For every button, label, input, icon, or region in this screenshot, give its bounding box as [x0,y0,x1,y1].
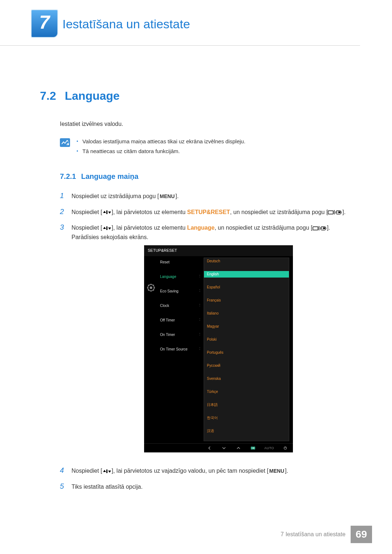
text: ]. [175,193,179,199]
osd-menu-item: Off Timer [160,316,199,324]
osd-up-icon [235,446,242,451]
step-number: 2 [60,208,66,217]
subsection-title: Language maiņa [81,172,138,181]
osd-panel: SETUP&RESET [144,245,293,452]
note-item: Tā neattiecas uz citām datora funkcijām. [77,148,245,154]
footer-text: 7 Iestatīšana un atiestate [281,531,346,538]
up-down-icon [102,226,112,230]
step-number: 4 [60,466,66,476]
chapter-title: Iestatīšana un atiestate [62,17,190,31]
text: Nospiediet [ [72,468,102,474]
svg-rect-4 [338,212,340,213]
svg-rect-2 [328,211,333,214]
text: , un nospiediet uz izstrādājuma pogu [ [230,209,328,215]
osd-lang-item: Español [204,284,289,291]
note-icon [60,138,70,147]
section-number: 7.2 [40,89,56,103]
text: Nospiediet uz izstrādājuma pogu [ [72,193,159,199]
section-title: Language [65,89,119,103]
menu-key: MENU [269,467,285,475]
chapter-number: 7 [39,11,50,33]
osd-bottom-bar: AUTO [144,443,293,452]
osd-language-list: Deutsch English Español Français Italian… [204,258,289,441]
osd-menu-list: Reset Language Eco Saving Clock Off Time… [160,258,199,353]
osd-lang-item: Polski [204,336,289,343]
osd-title: SETUP&RESET [144,245,293,256]
osd-lang-item: Русский [204,362,289,369]
step-text: Nospiediet [], lai pārvietotos uz elemen… [72,223,358,460]
osd-lang-item: 日本語 [204,402,289,408]
step-number: 5 [60,482,66,492]
svg-point-10 [150,286,152,289]
osd-lang-column: Deutsch English Español Français Italian… [204,258,293,441]
menu-key: MENU [159,192,175,200]
emphasis: Language [187,225,215,231]
svg-rect-8 [323,227,325,229]
steps-list: 1 Nospiediet uz izstrādājuma pogu [MENU]… [60,192,358,492]
subsection-heading: 7.2.1 Language maiņa [60,172,358,181]
emphasis: SETUP&RESET [187,209,230,215]
text: Nospiediet [ [72,225,102,231]
step-3: 3 Nospiediet [], lai pārvietotos uz elem… [60,223,358,460]
osd-screenshot: SETUP&RESET [144,245,293,452]
enter-source-icon [328,210,342,215]
osd-lang-item: Italiano [204,310,289,317]
gear-icon [147,284,155,292]
step-number: 3 [60,223,66,460]
text: ], lai pārvietotos uz vajadzīgo valodu, … [112,468,269,474]
osd-power-icon [282,446,289,451]
enter-source-icon [313,226,327,231]
note-list: Valodas iestatījuma maiņa attiecas tikai… [77,138,245,158]
osd-body: Reset Language Eco Saving Clock Off Time… [144,256,293,443]
osd-colon-column: :::::: [199,258,204,441]
page-header: 7 Iestatīšana un atiestate [0,0,360,46]
osd-menu-item: Eco Saving [160,287,199,295]
osd-auto-label: AUTO [264,446,274,451]
osd-lang-item: Français [204,297,289,304]
page-footer: 7 Iestatīšana un atiestate 69 [281,526,372,543]
text: ]. [285,468,288,474]
osd-lang-item: Svenska [204,376,289,382]
osd-menu-item: Reset [160,258,199,266]
osd-lang-item: Türkçe [204,389,289,395]
osd-lang-item: 汉语 [204,428,289,434]
step-text: Nospiediet [], lai pārvietotos uz elemen… [72,208,358,217]
osd-lang-item-highlighted: English [204,271,289,278]
osd-lang-item: Português [204,349,289,356]
osd-lang-item: 한국어 [204,415,289,421]
content: 7.2 Language Iestatiet izvēlnes valodu. … [0,46,392,492]
osd-menu-item-selected: Language [160,273,199,281]
up-down-icon [102,469,112,473]
text: ], lai pārvietotos uz elementu [112,209,187,215]
step-5: 5 Tiks iestatīta atlasītā opcija. [60,482,358,492]
osd-menu-item: On Timer Source [160,345,199,353]
osd-left-icon [206,446,213,451]
text: Nospiediet [ [72,209,102,215]
osd-down-icon [221,446,227,451]
svg-rect-1 [106,210,107,214]
step-text: Nospiediet uz izstrādājuma pogu [MENU]. [72,192,358,201]
svg-rect-6 [313,227,318,230]
osd-menu-column: Reset Language Eco Saving Clock Off Time… [144,258,199,441]
step-2: 2 Nospiediet [], lai pārvietotos uz elem… [60,208,358,217]
note-item: Valodas iestatījuma maiņa attiecas tikai… [77,138,245,144]
note-block: Valodas iestatījuma maiņa attiecas tikai… [60,138,358,158]
text: ]. [342,209,346,215]
subsection-number: 7.2.1 [60,172,76,181]
step-4: 4 Nospiediet [], lai pārvietotos uz vaja… [60,466,358,476]
footer-page-number: 69 [351,526,372,543]
osd-lang-item: Magyar [204,323,289,330]
section-intro: Iestatiet izvēlnes valodu. [60,121,358,127]
osd-menu-item: Clock [160,302,199,310]
osd-enter-icon [250,446,256,451]
chapter-badge: 7 [31,9,58,39]
step-text: Tiks iestatīta atlasītā opcija. [72,482,358,492]
step-1: 1 Nospiediet uz izstrādājuma pogu [MENU]… [60,192,358,201]
step-number: 1 [60,192,66,201]
osd-lang-item: Deutsch [204,258,289,264]
text: ], lai pārvietotos uz elementu [112,225,187,231]
up-down-icon [102,210,112,214]
svg-rect-5 [106,226,107,230]
osd-menu-item: On Timer [160,331,199,339]
text: , un nospiediet uz izstrādājuma pogu [ [215,225,313,231]
